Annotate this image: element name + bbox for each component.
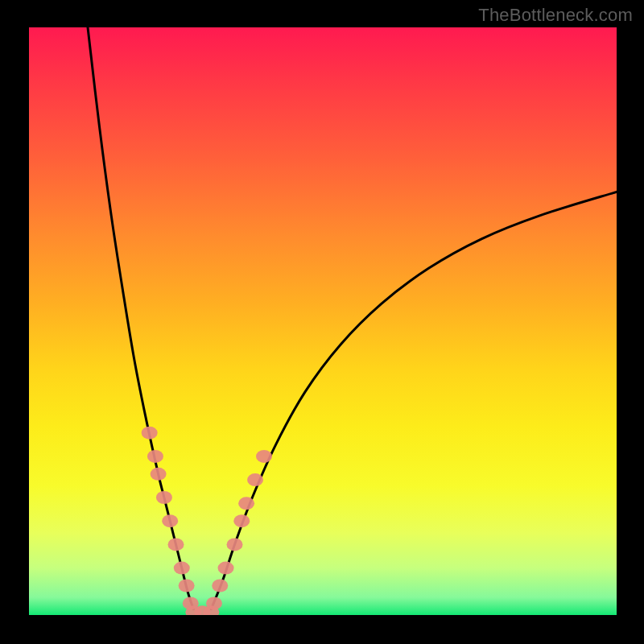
marker-right-branch-markers — [256, 450, 272, 463]
marker-left-branch-markers — [151, 468, 167, 481]
plot-area — [29, 27, 617, 615]
marker-left-branch-markers — [156, 491, 172, 504]
marker-left-branch-markers — [179, 580, 195, 592]
marker-right-branch-markers — [233, 514, 250, 527]
series-right-branch-curve — [211, 192, 617, 609]
chart-svg — [29, 27, 617, 615]
marker-left-branch-markers — [142, 427, 158, 440]
marker-left-branch-markers — [147, 450, 163, 463]
marker-right-branch-markers — [212, 580, 228, 592]
marker-right-branch-markers — [227, 538, 243, 551]
marker-right-branch-markers — [247, 473, 263, 486]
watermark-text: TheBottleneck.com — [478, 5, 633, 26]
marker-left-branch-markers — [162, 514, 178, 527]
marker-dots — [142, 427, 272, 615]
marker-left-branch-markers — [168, 538, 184, 551]
marker-left-branch-markers — [174, 562, 190, 575]
chart-container: TheBottleneck.com — [0, 0, 644, 644]
marker-right-branch-markers — [238, 497, 254, 510]
marker-right-branch-markers — [218, 562, 234, 575]
